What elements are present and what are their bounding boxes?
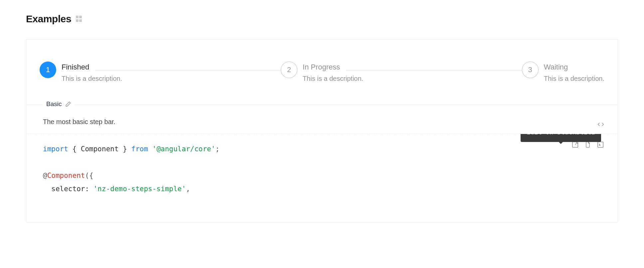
code-token: ; (215, 145, 220, 153)
step-waiting: 3 Waiting This is a description. (522, 62, 604, 82)
code-token: selector: (43, 185, 93, 193)
code-token: '@angular/core' (152, 145, 216, 153)
code-token (148, 145, 152, 153)
grid-layout-icon[interactable] (76, 16, 82, 22)
step-description: This is a description. (544, 75, 604, 82)
stackblitz-tooltip: Edit On StackBlitz (521, 134, 601, 142)
step-description: This is a description. (62, 75, 122, 82)
code-block: import { Component } from '@angular/core… (26, 134, 618, 222)
section-heading: Examples (26, 13, 618, 25)
demo-meta: Basic The most basic step bar. (26, 104, 618, 134)
step-number-icon: 1 (40, 62, 56, 78)
code-token: { Component } (68, 145, 131, 153)
code-token: ({ (85, 172, 93, 180)
code-token: Component (47, 172, 85, 180)
expand-code-icon[interactable] (597, 121, 604, 128)
edit-icon[interactable] (65, 101, 72, 107)
code-actions: Edit On StackBlitz (571, 141, 604, 149)
svg-rect-1 (598, 142, 603, 148)
step-number-icon: 2 (281, 62, 297, 78)
code-token: 'nz-demo-steps-simple' (93, 185, 186, 193)
step-number-icon: 3 (522, 62, 539, 78)
step-title: Waiting (544, 63, 574, 71)
demo-card: 1 Finished This is a description. 2 In P… (26, 39, 618, 222)
code-token: import (43, 145, 68, 153)
steps-bar: 1 Finished This is a description. 2 In P… (40, 62, 604, 82)
step-in-progress: 2 In Progress This is a description. (281, 62, 522, 82)
demo-title-chip: Basic (43, 100, 75, 108)
step-finished: 1 Finished This is a description. (40, 62, 281, 82)
demo-description: The most basic step bar. (43, 105, 601, 134)
section-title-text: Examples (26, 13, 71, 25)
step-title: In Progress (303, 63, 346, 71)
step-description: This is a description. (303, 75, 363, 82)
code-token: @ (43, 172, 47, 180)
demo-title-text: Basic (46, 100, 62, 108)
code-token: , (186, 185, 190, 193)
demo-preview: 1 Finished This is a description. 2 In P… (26, 40, 618, 104)
step-title: Finished (62, 63, 95, 71)
code-token: from (131, 145, 148, 153)
